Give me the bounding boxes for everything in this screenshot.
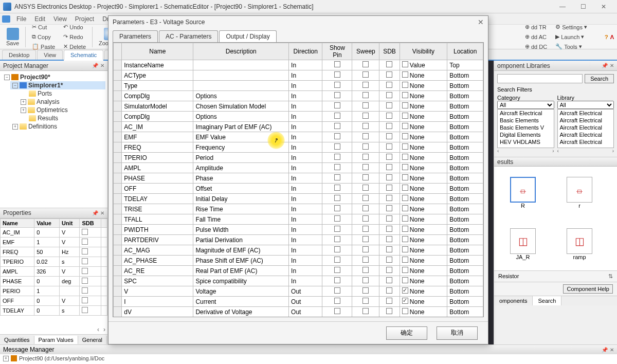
view-tab-view[interactable]: View (37, 50, 63, 60)
close-icon[interactable]: ✕ (100, 210, 104, 216)
checkbox[interactable] (334, 257, 340, 263)
undo-button[interactable]: ↶Undo (60, 23, 89, 31)
component-thumb-r[interactable]: ⏛R (497, 170, 549, 216)
checkbox[interactable] (386, 215, 392, 222)
checkbox[interactable] (362, 133, 369, 139)
checkbox[interactable] (402, 298, 408, 304)
checkbox[interactable] (82, 297, 88, 303)
checkbox[interactable] (334, 215, 340, 222)
checkbox[interactable] (386, 287, 392, 294)
param-row[interactable]: PWIDTHPulse WidthIn NoneBottom (114, 225, 483, 235)
category-item[interactable]: Aircraft Electrical (498, 110, 554, 117)
param-col-name[interactable]: Name (122, 43, 193, 60)
checkbox[interactable] (402, 257, 408, 263)
checkbox[interactable] (386, 92, 392, 98)
checkbox[interactable] (362, 143, 369, 150)
component-thumb-ja_r[interactable]: ◫JA_R (497, 221, 549, 267)
scroll-right-icon[interactable]: › (103, 326, 105, 333)
checkbox[interactable] (82, 258, 88, 264)
view-tab-desktop[interactable]: Desktop (2, 50, 36, 60)
param-row[interactable]: AMPLAmplitudeIn NoneBottom (114, 163, 483, 173)
checkbox[interactable] (362, 246, 369, 252)
checkbox[interactable] (362, 92, 369, 98)
checkbox[interactable] (386, 164, 392, 170)
pin-icon[interactable]: 📌 (92, 63, 98, 68)
menu-project[interactable]: Project (71, 15, 98, 23)
checkbox[interactable] (402, 267, 408, 273)
checkbox[interactable] (386, 226, 392, 232)
param-row[interactable]: ACTypeIn NoneBottom (114, 70, 483, 81)
checkbox[interactable] (362, 61, 369, 67)
checkbox[interactable] (402, 185, 408, 191)
props-col-value[interactable]: Value (34, 219, 60, 227)
collapse-icon[interactable]: − (12, 83, 18, 88)
maximize-button[interactable]: ☐ (573, 1, 593, 12)
props-row[interactable]: PHASE0deg (1, 276, 107, 286)
add-tr-button[interactable]: ⊕dd TR (522, 23, 550, 31)
tools-button[interactable]: 🔧Tools ▾ (552, 42, 590, 51)
add-dc-button[interactable]: ⊕dd DC (522, 42, 550, 51)
param-row[interactable]: AC_REReal Part of EMF (AC)In NoneBottom (114, 266, 483, 276)
checkbox[interactable] (334, 195, 340, 201)
tree-node-results[interactable]: Results (19, 114, 105, 122)
redo-button[interactable]: ↷Redo (60, 32, 89, 41)
checkbox[interactable] (334, 61, 340, 67)
checkbox[interactable] (362, 298, 369, 304)
checkbox[interactable] (386, 174, 392, 180)
checkbox[interactable] (402, 226, 408, 232)
checkbox[interactable] (334, 154, 340, 160)
cut-button[interactable]: ✂Cut (29, 23, 58, 31)
checkbox[interactable] (334, 236, 340, 242)
library-select[interactable]: All (557, 101, 614, 109)
checkbox[interactable] (386, 61, 392, 67)
checkbox[interactable] (402, 82, 408, 88)
param-row[interactable]: SimulatorModelChosen Simulation ModelIn … (114, 101, 483, 112)
checkbox[interactable] (402, 277, 408, 283)
checkbox[interactable] (334, 226, 340, 232)
checkbox[interactable] (334, 164, 340, 170)
checkbox[interactable] (402, 143, 408, 150)
props-col-unit[interactable]: Unit (60, 219, 80, 227)
checkbox[interactable] (386, 298, 392, 304)
props-row[interactable]: TDELAY0s (1, 305, 107, 315)
close-icon[interactable]: ✕ (610, 63, 614, 68)
checkbox[interactable] (362, 226, 369, 232)
library-search-input[interactable] (497, 74, 583, 83)
checkbox[interactable] (334, 71, 340, 78)
checkbox[interactable] (402, 92, 408, 98)
stepper-icon[interactable]: ⇅ (608, 273, 613, 280)
scroll-right-icon[interactable]: › (552, 148, 554, 154)
param-row[interactable]: FREQFrequencyIn NoneBottom (114, 142, 483, 153)
help-icon[interactable]: ? (605, 34, 608, 40)
props-row[interactable]: TPERIO0.02s (1, 257, 107, 266)
checkbox[interactable] (402, 113, 408, 119)
checkbox[interactable] (82, 239, 88, 245)
close-icon[interactable]: ✕ (100, 63, 104, 68)
checkbox[interactable] (362, 215, 369, 222)
menu-view[interactable]: View (49, 15, 71, 23)
checkbox[interactable] (386, 71, 392, 78)
category-item[interactable]: Basic Elements V (498, 124, 554, 131)
checkbox[interactable] (386, 257, 392, 263)
param-col-sweep[interactable]: Sweep (352, 43, 379, 60)
view-tab-schematic[interactable]: Schematic (64, 50, 103, 61)
component-thumb-r[interactable]: ⏛r (554, 170, 605, 216)
library-search-button[interactable]: Search (585, 74, 614, 83)
expand-icon[interactable]: + (21, 107, 26, 113)
checkbox[interactable] (82, 268, 88, 274)
checkbox[interactable] (334, 113, 340, 119)
checkbox[interactable] (362, 82, 369, 88)
checkbox[interactable] (402, 174, 408, 180)
param-row[interactable]: VVoltageOut NoneBottom (114, 286, 483, 297)
param-col-location[interactable]: Location (447, 43, 483, 60)
param-row[interactable]: OFFOffsetIn NoneBottom (114, 184, 483, 194)
dialog-tab-parameters[interactable]: Parameters (113, 30, 158, 42)
category-item[interactable]: Digital Elements (498, 131, 554, 138)
checkbox[interactable] (362, 236, 369, 242)
param-row[interactable]: EMFEMF ValueIn NoneBottom (114, 132, 483, 142)
checkbox[interactable] (402, 195, 408, 201)
param-row[interactable]: TypeIn NoneBottom (114, 81, 483, 91)
props-row[interactable]: PERIO1 (1, 286, 107, 296)
checkbox[interactable] (386, 236, 392, 242)
checkbox[interactable] (334, 298, 340, 304)
